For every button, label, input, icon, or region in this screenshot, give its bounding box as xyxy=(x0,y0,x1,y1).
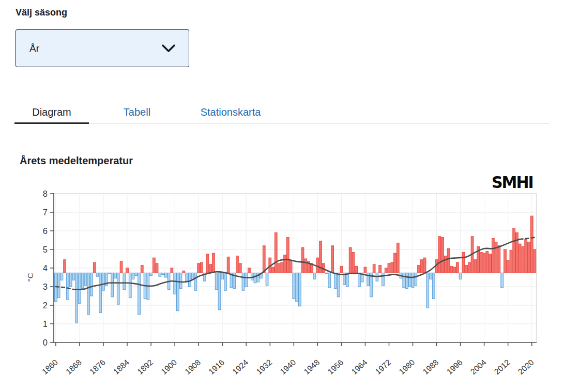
chart-bar xyxy=(468,262,471,273)
chart-bar xyxy=(159,273,161,276)
chart-bar xyxy=(474,260,477,273)
chart-bar xyxy=(165,273,167,277)
chart-bar xyxy=(334,273,337,288)
chart-bar xyxy=(242,273,245,290)
chart-bar xyxy=(84,273,87,286)
chart-bar xyxy=(212,253,215,273)
chart-bar xyxy=(504,249,507,273)
chart-bar xyxy=(138,273,141,315)
season-select-value: År xyxy=(29,43,162,54)
chart-bar xyxy=(530,216,533,273)
tab-stationskarta[interactable]: Stationskarta xyxy=(172,102,289,123)
chart-bar xyxy=(373,264,375,273)
chart-bar xyxy=(403,273,405,287)
chart-bar xyxy=(513,228,515,273)
chart-bar xyxy=(108,273,111,273)
svg-text:1980: 1980 xyxy=(398,357,417,376)
chart-bar xyxy=(316,258,319,273)
season-label: Välj säsong xyxy=(16,7,67,18)
chart-bar xyxy=(486,252,489,273)
chart-bar xyxy=(465,265,468,273)
svg-text:2004: 2004 xyxy=(469,357,488,376)
temperature-chart: 012345678°C18601868187618841892190019081… xyxy=(0,170,564,392)
chart-bar xyxy=(87,273,90,315)
chart-bar xyxy=(245,273,248,287)
svg-text:1876: 1876 xyxy=(88,358,107,377)
chart-bar xyxy=(278,263,280,273)
chart-bar xyxy=(340,266,343,273)
svg-text:1972: 1972 xyxy=(374,358,393,377)
chart-bar xyxy=(391,262,393,273)
chart-bar xyxy=(510,250,512,273)
svg-text:1948: 1948 xyxy=(302,358,321,377)
chart-bar xyxy=(248,268,251,273)
chart-bar xyxy=(453,267,456,273)
chart-bar xyxy=(174,273,176,294)
chart-bar xyxy=(90,273,93,296)
chart-bar xyxy=(81,273,84,288)
chart-bar xyxy=(194,273,197,290)
chart-bar xyxy=(418,265,420,273)
svg-text:1964: 1964 xyxy=(349,357,369,376)
chart-bar xyxy=(382,273,385,286)
y-axis-title: °C xyxy=(26,273,35,281)
chart-bar xyxy=(60,273,63,280)
chart-bar xyxy=(201,262,203,273)
svg-text:0: 0 xyxy=(43,338,48,347)
chart-bar xyxy=(239,263,241,273)
chart-bar xyxy=(102,273,105,290)
chart-bar xyxy=(171,268,173,273)
chart-bar xyxy=(296,273,298,301)
chart-bar xyxy=(304,259,307,273)
chart-bar xyxy=(492,238,495,273)
chart-bar xyxy=(420,260,423,273)
chart-bar xyxy=(286,238,289,273)
svg-text:3: 3 xyxy=(43,282,48,291)
svg-text:5: 5 xyxy=(43,245,48,254)
chart-bar xyxy=(397,243,399,273)
chart-bar xyxy=(346,273,349,287)
tab-tabell[interactable]: Tabell xyxy=(102,102,172,123)
chart-bar xyxy=(215,273,218,289)
chart-bar xyxy=(179,273,182,288)
chevron-down-icon xyxy=(162,44,175,53)
svg-text:1940: 1940 xyxy=(278,357,297,376)
chart-bar xyxy=(438,237,441,273)
chart-bar xyxy=(415,273,417,286)
chart-bar xyxy=(301,247,304,273)
chart-bar xyxy=(358,273,361,287)
svg-text:2012: 2012 xyxy=(493,358,512,377)
chart-bar xyxy=(150,273,153,275)
chart-bar xyxy=(388,263,390,273)
svg-text:7: 7 xyxy=(43,208,48,217)
season-select[interactable]: År xyxy=(16,29,189,67)
chart-bar xyxy=(394,253,397,273)
chart-bar xyxy=(96,273,99,276)
chart-bar xyxy=(462,252,465,273)
chart-bar xyxy=(325,273,328,273)
chart-bar xyxy=(79,273,81,303)
chart-bar xyxy=(224,273,227,290)
chart-bar xyxy=(120,261,123,273)
x-axis: 1860186818761884189219001908191619241932… xyxy=(40,342,536,376)
chart-bar xyxy=(221,273,224,279)
chart-bar xyxy=(406,273,408,288)
chart-bar xyxy=(153,258,156,273)
temperature-bars xyxy=(55,216,536,323)
chart-bar xyxy=(72,273,75,280)
chart-bar xyxy=(349,247,352,273)
chart-bar xyxy=(426,273,429,308)
chart-bar xyxy=(123,273,126,289)
chart-bar xyxy=(227,257,230,273)
chart-bar xyxy=(507,261,509,273)
chart-bar xyxy=(483,253,485,273)
tab-diagram[interactable]: Diagram xyxy=(14,102,89,123)
chart-bar xyxy=(328,273,331,287)
chart-bar xyxy=(57,273,60,297)
svg-text:1996: 1996 xyxy=(445,358,464,377)
chart-bar xyxy=(313,273,316,279)
chart-bar xyxy=(432,273,435,299)
chart-bar xyxy=(114,273,117,278)
svg-text:1924: 1924 xyxy=(231,357,250,376)
chart-bar xyxy=(525,239,527,273)
